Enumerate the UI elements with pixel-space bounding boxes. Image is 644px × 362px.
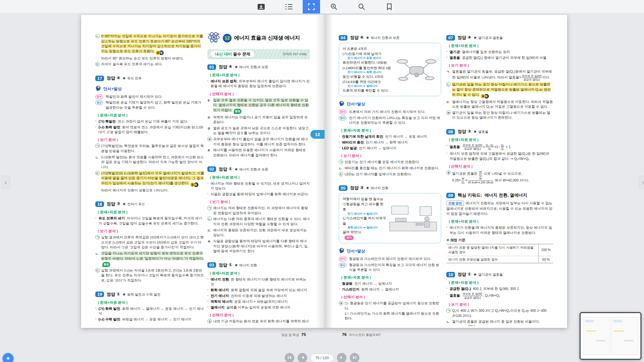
analysis-item: ①내연 기관 자동차는 화석 연료 속의 화학 에너지를 역학적 에너지로 전환…	[207, 319, 310, 325]
fullscreen-button[interactable]	[303, 0, 320, 14]
table-of-contents-button[interactable]	[275, 0, 303, 14]
item-text: (가)(핵발전)와 (나)(화력 발전)에서 모두 열에너지가 발생하고, 이를…	[101, 171, 204, 185]
energy-conversion-annotation: 전기 에너지 ➡ 빛에너지	[343, 84, 394, 88]
answer-topic: ✱ 에너지 전환	[235, 263, 257, 268]
bullet-term: 전동기에 의한 날개의 회전	[342, 135, 383, 138]
item-text: ㉠: 형광등은 전기 에너지를 공급받아 빛에너지 등으로 전환한다.	[345, 301, 439, 310]
analysis-item: ㄷ에너지의 총량은 보존되지만, 전환 과정에서 새로 생성되지는 않는다.	[207, 228, 310, 238]
download-button[interactable]	[247, 0, 275, 14]
chapter-number: 12	[223, 34, 232, 42]
criteria-cell: 에너지 전환 중 발생한 열에너지를 다시 사용하기 어려움을 서술한 경우	[446, 244, 538, 256]
answer-label: 핵심 키워드:	[458, 192, 482, 198]
analysis-bullet: 에너지 보존 법칙: 외부로부터 에너지 출입이 없다면 에너지가 전환될 때 …	[207, 79, 310, 89]
analysis-item: ㄹ식물은 광합성을 통하여 태양의 빛에너지를 다른 형태의 에너지인 영양소(…	[207, 239, 310, 254]
previous-page-button[interactable]	[298, 353, 307, 362]
bullet-term: 가스레인지	[342, 287, 359, 291]
item-text: 식물은 광합성을 통하여 태양의 빛에너지를 다른 형태의 에너지인 영양소(화…	[213, 239, 308, 253]
correct-answer-marker: ㄱ	[446, 308, 451, 313]
excerpt-line: ㉡가스레인지를 켜서 미역국을	[343, 216, 387, 226]
footer-label: 정답 및 해설	[281, 333, 299, 337]
right-page-footer: 76 자이스토리 통합과학2	[341, 332, 381, 337]
last-page-button[interactable]	[350, 353, 359, 362]
answer-block: 04정답 ④✱ 에너지 전환과 보존이 드론은 4개의(가)전동기에 의해 날개…	[339, 35, 441, 177]
head-bulb-icon	[339, 247, 345, 255]
problem-data-analysis-header: | 문제+자료 분석 |	[98, 300, 204, 305]
item-text: 실험 과정에서 (나)는 자석을 1초에 1회전하고, (다)는 1초에 2회전…	[101, 268, 204, 282]
answer-label: 정답 ④	[219, 64, 232, 70]
plus-icon: +	[6, 355, 10, 362]
item-text: 실험 결과에서 전류의 최댓값은 (라)에서가 (나)에서 보다 크다고 했으므…	[101, 235, 204, 249]
analysis-item: ㄷ(가)(핵발전)와 (나)(화력 발전)에서 모두 열에너지가 발생하고, 이…	[95, 171, 204, 187]
asterisk-mark: ✱	[235, 167, 238, 171]
item-text: 배터리를 충전할 때는 전기 에너지가 화학 에너지로 전환된다.	[345, 166, 439, 170]
asterisk-mark: ✱	[474, 273, 477, 276]
analysis-bullet: 에너지 전환: 한 형태의 에너지가 다른 형태의 에너지로 바뀌는 것	[207, 277, 310, 287]
first-page-button[interactable]	[285, 353, 294, 362]
add-button[interactable]: +	[3, 353, 14, 362]
energy-conversion-annotation: 전기 에너지 ➡ 화학 에너지	[343, 70, 394, 74]
bookmark-button[interactable]	[375, 0, 403, 14]
clue-badge: 단서	[95, 95, 103, 99]
atom-icon	[207, 31, 220, 45]
item-text: 열은 온도가 높은 곳에서 낮은 곳으로 스스로 이동한다. 냉장고는 열을 빼…	[213, 126, 309, 135]
next-page-arrow[interactable]: ›	[639, 176, 644, 189]
banner-title: 내신 대비 필수 문제	[211, 51, 254, 58]
problem-data-analysis-header: | 문제+자료 분석 |	[98, 210, 204, 215]
clue-item: 발상전기 에너지가 전환되어 나타나는 특징을 보고 각각 어떤 에너지로 전환…	[339, 116, 441, 125]
item-text-line: 0.25=WQ₁=W40 kcal×4,200 J/kcal 에서 W=42,0…	[452, 177, 553, 184]
item-text: 열기관은 효율은 WQ₁ 으로 나타낼 수 있으므로,	[452, 172, 522, 175]
download-icon	[257, 3, 265, 10]
answer-topic: ✱ 열기관의 열효율	[474, 273, 503, 277]
item-text: Q₁이 400 J, W가 300 J이고 Q₁=W+Q₂이므로 Q₂는 400…	[452, 309, 546, 318]
excerpt-line: 드론의 위치를 확인할 수 있다.	[343, 88, 394, 93]
bullet-term: (나) 수력 발전	[99, 317, 120, 321]
excerpt-line: 회전하면서 비행한다. 내장된	[343, 60, 394, 65]
asterisk-mark: ✱	[235, 65, 238, 69]
skip-to-last-icon	[353, 355, 356, 361]
answer-header: 10정답 ①✱ 열기관의 열효율	[446, 272, 553, 277]
idea-badge: 발상	[339, 116, 346, 120]
correct-answer-marker: ②	[446, 170, 451, 175]
next-page-button[interactable]	[337, 353, 346, 362]
problem-data-analysis-header: | 문제+자료 분석 |	[341, 275, 441, 280]
search-button[interactable]	[348, 0, 375, 14]
analysis-item: ㄷLED는 전기 에너지를 빛에너지로 전환한다.	[339, 172, 441, 177]
answer-number-badge: 07	[446, 35, 455, 41]
item-text: 코일을 지나는 자기장의 세기와 방향이 계속 변하므로 유도 전류의 방향도 …	[101, 251, 204, 260]
thumbnail-left-page	[583, 317, 610, 355]
asterisk-mark: ✱	[123, 202, 126, 206]
page-indicator[interactable]: 75 / 120	[310, 354, 334, 362]
left-page-column-1: ㄴ0~90°까지는 코일에 수직으로 지나가는 자기장이 증가하므로 이를 감소…	[95, 33, 204, 324]
choice-analysis-header: | 선택지 분석 |	[449, 164, 553, 169]
problem-data-analysis-header: | 문제+자료 분석 |	[210, 73, 310, 78]
analysis-bullet: 열기관: 열에너지를 일로 전환하는 장치	[446, 50, 553, 54]
answer-block: 08정답 ②✱ 열효율| 문제+자료 분석 |열효율: 외부에 한 일(W)공급…	[446, 129, 553, 184]
answer-number-badge: 17	[95, 76, 104, 81]
analysis-bullet: 열에너지: 물체를 이루는 입자의 운동에 의한 에너지	[207, 305, 310, 310]
analysis-bullet: 식물은 광합성을 통해 태양의 빛에너지를 화학 에너지로 바꾼다.	[207, 192, 310, 197]
answer-topic: ✱ 에너지 전환과 보존	[235, 167, 268, 172]
correct-answer-marker: ④	[207, 137, 212, 141]
excerpt-line: (나)배터리를 충전하면 최대 6분	[343, 65, 394, 70]
answer-topic: ✱ 전자기 유도	[123, 202, 145, 207]
answer-topic: ✱ 열효율	[474, 130, 488, 134]
percent-cell: 100 %	[538, 244, 553, 256]
zoom-in-button[interactable]	[320, 0, 348, 14]
problem-data-analysis-header: | 문제+자료 분석 |	[449, 137, 553, 142]
item-marker: ㄱ	[446, 70, 450, 74]
clue-idea-label: 단서+발상	[103, 86, 122, 92]
idea-badge: 발상	[95, 100, 103, 105]
preview-thumbnail[interactable]	[580, 312, 641, 360]
correct-answer-marker: ㄴ	[207, 217, 212, 221]
right-page-number: 76	[342, 332, 346, 337]
choice-analysis-header: | 보기 분석 |	[210, 200, 310, 204]
previous-page-arrow[interactable]: ‹	[1, 176, 10, 189]
problem-data-analysis-header: | 문제+자료 분석 |	[449, 219, 553, 224]
clue-idea-heading: 단서+발상	[95, 85, 204, 92]
answer-number-badge: 09	[446, 193, 455, 198]
clue-item: 단서형광등과 가스레인지의 에너지 전환이 제시되어 있다.	[339, 256, 441, 261]
chapter-title: 에너지 효율과 신재생 에너지	[234, 34, 300, 42]
analysis-item: ㄴ코일을 지나는 자기장의 세기와 방향이 계속 변하므로 유도 전류의 방향도…	[95, 251, 204, 267]
clue-badge: 단서	[339, 110, 346, 114]
chapter-index-tab[interactable]: 12	[310, 130, 325, 139]
